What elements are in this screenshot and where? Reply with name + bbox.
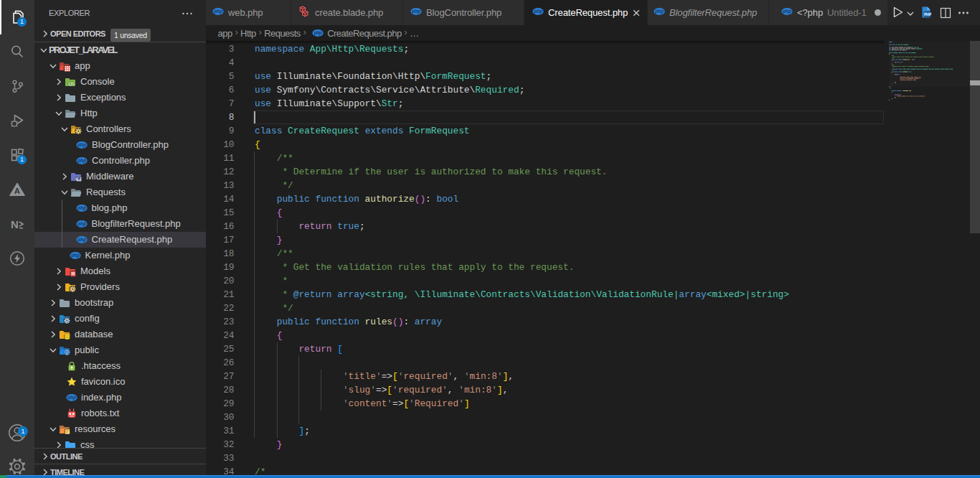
svg-text:php: php (533, 9, 542, 14)
svg-text:php: php (67, 395, 76, 400)
svg-text:php: php (77, 142, 86, 148)
svg-text:php: php (314, 30, 322, 36)
svg-text:php: php (76, 221, 85, 227)
svg-text:N: N (11, 218, 19, 230)
svg-text:php: php (77, 158, 86, 164)
svg-text:A: A (14, 187, 20, 195)
svg-text:php: php (654, 9, 664, 14)
svg-text:php: php (213, 9, 222, 14)
svg-text:php: php (76, 237, 85, 243)
svg-text:PHP: PHP (924, 12, 932, 17)
svg-text:php: php (782, 9, 791, 14)
svg-text:php: php (70, 253, 80, 258)
svg-text:php: php (411, 9, 420, 14)
svg-text:php: php (76, 205, 85, 211)
